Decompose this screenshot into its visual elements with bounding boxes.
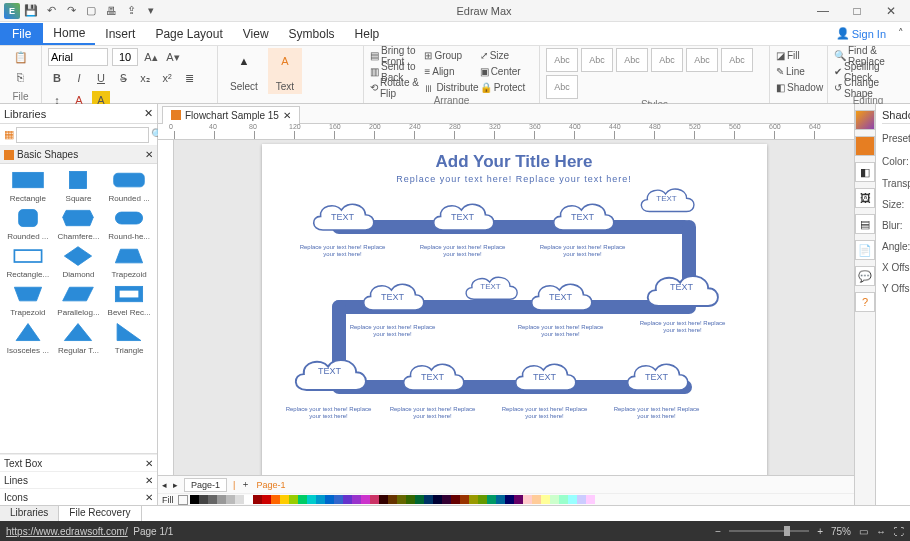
zoom-slider[interactable] xyxy=(729,530,809,532)
bullet-list-icon[interactable]: ≣ xyxy=(180,69,198,87)
bold-button[interactable]: B xyxy=(48,69,66,87)
qat-export-icon[interactable]: ⇪ xyxy=(122,2,140,20)
picture-tool-icon[interactable]: 🖼 xyxy=(855,188,875,208)
protect-button[interactable]: 🔒 Protect xyxy=(480,80,533,95)
library-close-icon[interactable]: ✕ xyxy=(144,107,153,120)
qat-undo-icon[interactable]: ↶ xyxy=(42,2,60,20)
flow-cloud[interactable]: TEXT xyxy=(520,274,602,322)
tab-page-layout[interactable]: Page Layout xyxy=(145,23,232,45)
lib-icons[interactable]: Icons✕ xyxy=(0,488,157,505)
color-swatch[interactable] xyxy=(442,495,451,504)
color-swatch[interactable] xyxy=(568,495,577,504)
flow-cloud[interactable]: TEXT xyxy=(352,274,434,322)
layer-tool-icon[interactable]: ▤ xyxy=(855,214,875,234)
drawing-page[interactable]: Add Your Title Here Replace your text he… xyxy=(262,144,767,475)
shape-rectangle[interactable]: Rectangle xyxy=(4,168,52,203)
group-button[interactable]: ⊞ Group xyxy=(424,48,478,63)
bottom-tab-recovery[interactable]: File Recovery xyxy=(59,506,141,521)
color-swatch[interactable] xyxy=(190,495,199,504)
fit-width-icon[interactable]: ↔ xyxy=(876,526,886,537)
color-swatch[interactable] xyxy=(253,495,262,504)
document-tab[interactable]: Flowchart Sample 15✕ xyxy=(162,106,300,124)
shrink-font-icon[interactable]: A▾ xyxy=(164,48,182,66)
distribute-button[interactable]: ⫼ Distribute xyxy=(424,80,478,95)
user-icon[interactable]: 👤 xyxy=(834,25,852,43)
page-prev-icon[interactable]: ◂ xyxy=(162,480,167,490)
tab-view[interactable]: View xyxy=(233,23,279,45)
file-menu-button[interactable]: File xyxy=(0,23,43,45)
copy-icon[interactable]: ⎘ xyxy=(12,68,30,86)
flow-cloud[interactable]: TEXT xyxy=(392,354,474,402)
shape-rectangle2[interactable]: Rectangle... xyxy=(4,244,52,279)
color-swatch[interactable] xyxy=(397,495,406,504)
font-name-input[interactable] xyxy=(48,48,108,66)
shape-bevel[interactable]: Bevel Rec... xyxy=(105,282,153,317)
align-button[interactable]: ≡ Align xyxy=(424,64,478,79)
color-swatch[interactable] xyxy=(316,495,325,504)
subscript-button[interactable]: x₂ xyxy=(136,69,154,87)
color-swatch[interactable] xyxy=(460,495,469,504)
maximize-button[interactable]: □ xyxy=(842,0,872,22)
status-url[interactable]: https://www.edrawsoft.com/ xyxy=(6,526,128,537)
color-swatch[interactable] xyxy=(235,495,244,504)
fullscreen-icon[interactable]: ⛶ xyxy=(894,526,904,537)
page-add-icon[interactable]: ＋ xyxy=(241,478,250,491)
lib-textbox[interactable]: Text Box✕ xyxy=(0,454,157,471)
color-swatch[interactable] xyxy=(199,495,208,504)
color-swatch[interactable] xyxy=(217,495,226,504)
tab-close-icon[interactable]: ✕ xyxy=(283,110,291,121)
flow-cloud[interactable]: TEXT xyxy=(504,354,586,402)
color-swatch[interactable] xyxy=(505,495,514,504)
color-swatch[interactable] xyxy=(532,495,541,504)
color-swatch[interactable] xyxy=(487,495,496,504)
color-swatch[interactable] xyxy=(352,495,361,504)
shape-round-head[interactable]: Round-he... xyxy=(105,206,153,241)
color-swatch[interactable] xyxy=(307,495,316,504)
shape-trapezoid[interactable]: Trapezoid xyxy=(105,244,153,279)
style-preset[interactable]: Abc xyxy=(546,75,578,99)
close-button[interactable]: ✕ xyxy=(876,0,906,22)
grow-font-icon[interactable]: A▴ xyxy=(142,48,160,66)
color-swatch[interactable] xyxy=(586,495,595,504)
rotate-flip-button[interactable]: ⟲ Rotate & Flip xyxy=(370,80,423,95)
tab-home[interactable]: Home xyxy=(43,23,95,45)
color-swatch[interactable] xyxy=(244,495,253,504)
shape-parallelogram[interactable]: Parallelog... xyxy=(55,282,103,317)
style-preset[interactable]: Abc xyxy=(581,48,613,72)
tab-symbols[interactable]: Symbols xyxy=(279,23,345,45)
color-swatch[interactable] xyxy=(433,495,442,504)
color-swatch[interactable] xyxy=(496,495,505,504)
flow-cloud[interactable]: TEXT xyxy=(632,264,732,320)
color-swatch[interactable] xyxy=(325,495,334,504)
color-swatch[interactable] xyxy=(577,495,586,504)
size-button[interactable]: ⤢ Size xyxy=(480,48,533,63)
color-swatch[interactable] xyxy=(262,495,271,504)
comment-tool-icon[interactable]: 💬 xyxy=(855,266,875,286)
color-swatch[interactable] xyxy=(415,495,424,504)
color-swatch[interactable] xyxy=(406,495,415,504)
category-close-icon[interactable]: ✕ xyxy=(145,149,153,160)
shape-rounded-rect[interactable]: Rounded ... xyxy=(105,168,153,203)
sign-in-link[interactable]: Sign In xyxy=(852,28,886,40)
flow-cloud[interactable]: TEXT xyxy=(542,194,624,242)
tab-insert[interactable]: Insert xyxy=(95,23,145,45)
color-swatch[interactable] xyxy=(226,495,235,504)
italic-button[interactable]: I xyxy=(70,69,88,87)
color-swatch[interactable] xyxy=(280,495,289,504)
change-shape-button[interactable]: ↺ Change Shape xyxy=(834,80,902,95)
color-swatch[interactable] xyxy=(424,495,433,504)
color-swatch[interactable] xyxy=(388,495,397,504)
no-fill-icon[interactable] xyxy=(178,495,188,505)
color-swatch[interactable] xyxy=(469,495,478,504)
tab-help[interactable]: Help xyxy=(345,23,390,45)
color-swatch[interactable] xyxy=(550,495,559,504)
category-name[interactable]: Basic Shapes xyxy=(17,149,78,160)
strike-button[interactable]: S̶ xyxy=(114,69,132,87)
paste-icon[interactable]: 📋 xyxy=(12,48,30,66)
color-swatch[interactable] xyxy=(478,495,487,504)
color-swatch[interactable] xyxy=(514,495,523,504)
color-swatch[interactable] xyxy=(523,495,532,504)
color-swatch[interactable] xyxy=(379,495,388,504)
zoom-in-icon[interactable]: + xyxy=(817,526,823,537)
color-swatch[interactable] xyxy=(289,495,298,504)
